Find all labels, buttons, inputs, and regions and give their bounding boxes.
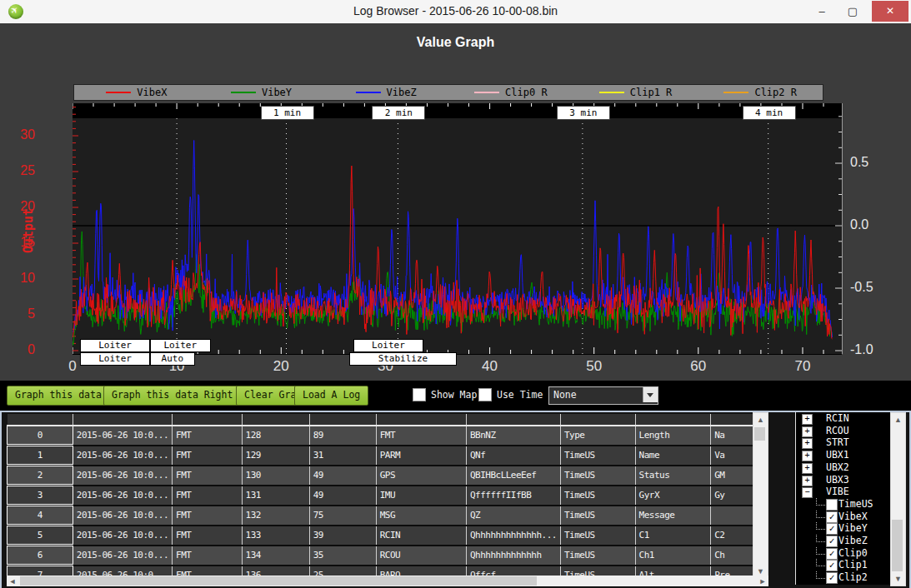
table-cell[interactable]: QNf — [466, 446, 560, 466]
table-cell[interactable]: 75 — [309, 506, 376, 526]
table-hscroll-thumb[interactable] — [20, 576, 537, 586]
tree-leaf-label[interactable]: VibeX — [838, 511, 868, 523]
tree-vertical-scrollbar[interactable]: ▲ ▼ — [890, 412, 906, 586]
table-vscroll-thumb[interactable] — [754, 427, 765, 441]
table-cell[interactable]: TimeUS — [560, 466, 635, 486]
table-cell[interactable]: Type — [560, 426, 635, 446]
table-cell[interactable]: FMT — [173, 486, 243, 506]
table-cell[interactable]: Qhhhhhhhhhhhhh... — [466, 526, 560, 546]
table-cell[interactable]: Status — [635, 466, 711, 486]
table-cell[interactable]: QZ — [466, 506, 560, 526]
table-cell[interactable]: 130 — [242, 466, 309, 486]
tree-item-timeus[interactable]: TimeUS — [796, 498, 891, 511]
table-cell[interactable]: 132 — [242, 506, 309, 526]
table-cell[interactable]: 2015-06-26 10:0... — [73, 466, 172, 486]
clip1-checkbox[interactable]: ✓ — [826, 560, 838, 571]
table-cell[interactable]: Ch — [711, 546, 756, 566]
table-cell[interactable]: FMT — [173, 426, 243, 446]
table-cell[interactable]: Name — [635, 446, 711, 466]
tree-item-rcou[interactable]: +RCOU — [796, 425, 891, 437]
table-row[interactable]: 52015-06-26 10:0...FMT13339RCINQhhhhhhhh… — [8, 526, 756, 546]
table-cell[interactable]: 2015-06-26 10:0... — [73, 506, 172, 526]
timeus-checkbox[interactable] — [826, 499, 838, 511]
table-cell[interactable]: Length — [635, 426, 711, 446]
table-cell[interactable]: 134 — [242, 546, 309, 566]
table-cell[interactable]: 128 — [242, 426, 309, 446]
table-cell[interactable]: TimeUS — [560, 506, 635, 526]
table-cell[interactable]: Qhhhhhhhhhhhhh — [466, 546, 560, 566]
tree-leaf-label[interactable]: Clip2 — [838, 571, 868, 584]
tree-leaf-label[interactable]: TimeUS — [838, 498, 873, 511]
expand-icon[interactable]: + — [802, 438, 813, 449]
table-cell[interactable]: 2015-06-26 10:0... — [73, 446, 172, 466]
close-button[interactable]: ✕ — [872, 1, 908, 22]
table-cell[interactable]: 49 — [309, 486, 376, 506]
table-cell[interactable]: FMT — [173, 466, 243, 486]
dropdown-arrow-button[interactable] — [643, 387, 658, 402]
table-cell[interactable]: 49 — [309, 466, 376, 486]
maximize-button[interactable]: ▢ — [840, 0, 865, 22]
table-row[interactable]: 32015-06-26 10:0...FMT13149IMUQffffffIIf… — [8, 486, 756, 506]
log-table[interactable]: 02015-06-26 10:0...FMT12889FMTBBnNZTypeL… — [7, 414, 756, 579]
tree-item-clip0[interactable]: ✓Clip0 — [796, 547, 891, 560]
tree-item-ubx2[interactable]: +UBX2 — [796, 461, 891, 474]
table-cell[interactable]: RCIN — [376, 526, 466, 546]
tree-node-label[interactable]: STRT — [826, 436, 849, 449]
graph-right-button[interactable]: Graph this data Right — [103, 386, 241, 406]
data-source-dropdown[interactable]: None — [548, 386, 658, 405]
table-cell[interactable]: C2 — [711, 526, 756, 546]
row-index-cell[interactable]: 2 — [8, 466, 73, 486]
table-vertical-scrollbar[interactable]: ▲ ▼ — [753, 412, 768, 579]
table-horizontal-scrollbar[interactable]: ◄ ► — [7, 576, 768, 586]
tree-item-rcin[interactable]: +RCIN — [796, 412, 891, 425]
table-cell[interactable]: Na — [711, 426, 756, 446]
vibez-checkbox[interactable]: ✓ — [826, 536, 838, 547]
clip0-checkbox[interactable]: ✓ — [826, 548, 838, 560]
collapse-icon[interactable]: − — [802, 487, 813, 498]
tree-node-label[interactable]: UBX1 — [826, 449, 849, 461]
vibex-checkbox[interactable]: ✓ — [826, 511, 838, 523]
row-index-cell[interactable]: 6 — [8, 546, 73, 566]
expand-icon[interactable]: + — [802, 451, 813, 461]
table-cell[interactable]: 31 — [309, 446, 376, 466]
table-cell[interactable]: FMT — [173, 506, 243, 526]
table-cell[interactable]: MSG — [376, 506, 466, 526]
table-cell[interactable]: QffffffIIfBB — [466, 486, 560, 506]
scroll-up-icon[interactable]: ▲ — [753, 416, 768, 424]
row-index-cell[interactable]: 3 — [8, 486, 73, 506]
tree-node-label[interactable]: UBX3 — [826, 474, 849, 486]
table-cell[interactable]: RCOU — [376, 546, 466, 566]
tree-node-label[interactable]: VIBE — [826, 486, 849, 498]
table-cell[interactable]: FMT — [173, 546, 243, 566]
tree-item-strt[interactable]: +STRT — [796, 436, 891, 449]
tree-leaf-label[interactable]: VibeZ — [838, 535, 868, 547]
row-index-cell[interactable]: 5 — [8, 526, 73, 546]
tree-item-clip2[interactable]: ✓Clip2 — [796, 571, 891, 584]
use-time-checkbox[interactable]: Use Time — [478, 388, 543, 401]
table-cell[interactable]: FMT — [376, 426, 466, 446]
tree-leaf-label[interactable]: VibeY — [838, 522, 868, 535]
message-type-tree[interactable]: +RCIN+RCOU+STRT+UBX1+UBX2+UBX3−VIBETimeU… — [795, 412, 891, 585]
title-bar[interactable]: ✈ Log Browser - 2015-06-26 10-00-08.bin … — [0, 0, 911, 24]
table-cell[interactable]: FMT — [173, 446, 243, 466]
row-index-cell[interactable]: 0 — [8, 426, 73, 446]
table-cell[interactable]: GyrX — [635, 486, 711, 506]
table-cell[interactable]: 133 — [242, 526, 309, 546]
expand-icon[interactable]: + — [802, 463, 813, 474]
table-cell[interactable]: TimeUS — [560, 546, 635, 566]
scroll-down-icon[interactable]: ▼ — [753, 567, 768, 576]
table-cell[interactable]: 89 — [309, 426, 376, 446]
table-cell[interactable]: 2015-06-26 10:0... — [73, 426, 172, 446]
table-cell[interactable]: C1 — [635, 526, 711, 546]
table-cell[interactable]: GM — [711, 466, 756, 486]
table-cell[interactable]: FMT — [173, 526, 243, 546]
scroll-left-icon[interactable]: ◄ — [8, 577, 17, 586]
tree-item-vibey[interactable]: ✓VibeY — [796, 522, 891, 535]
table-cell[interactable]: 2015-06-26 10:0... — [73, 526, 172, 546]
scroll-right-icon[interactable]: ► — [758, 577, 767, 586]
tree-item-vibez[interactable]: ✓VibeZ — [796, 535, 891, 547]
table-cell[interactable]: TimeUS — [560, 526, 635, 546]
table-cell[interactable]: BBnNZ — [466, 426, 560, 446]
table-cell[interactable]: TimeUS — [560, 486, 635, 506]
tree-node-label[interactable]: UBX2 — [826, 461, 849, 474]
